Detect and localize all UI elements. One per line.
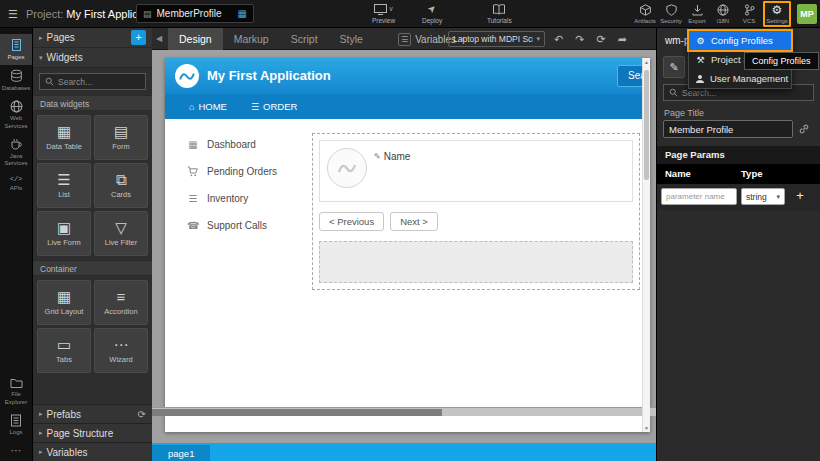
- widget-tile-data-table[interactable]: ▦Data Table: [37, 115, 91, 160]
- edit-page-button[interactable]: ✎: [663, 56, 685, 78]
- widget-tile-grid-layout[interactable]: ▦Grid Layout: [37, 280, 91, 325]
- rail-item-web-services[interactable]: Web Services: [0, 96, 32, 133]
- design-canvas[interactable]: My First Application Search ⌂HOME ☰ORDER…: [165, 58, 650, 432]
- page-tab-page1[interactable]: page1: [152, 445, 210, 461]
- add-page-button[interactable]: +: [131, 30, 146, 45]
- menu-item-support-calls[interactable]: ☎Support Calls: [165, 212, 310, 239]
- rail-item-java-services[interactable]: Java Services: [0, 134, 32, 171]
- rail-label: Java Services: [1, 153, 31, 167]
- avatar: [327, 148, 367, 188]
- preview-caret-icon[interactable]: ∨: [389, 5, 394, 13]
- user-avatar[interactable]: MP: [797, 4, 817, 24]
- widget-tile-label: Cards: [111, 190, 131, 199]
- add-param-button[interactable]: +: [791, 187, 809, 205]
- tab-markup[interactable]: Markup: [223, 28, 280, 50]
- nav-item-order[interactable]: ☰ORDER: [251, 101, 297, 112]
- list-item-name[interactable]: ✎ Name: [374, 151, 410, 162]
- widget-tile-tabs[interactable]: ▭Tabs: [37, 328, 91, 373]
- collapse-arrow-icon: ▸: [39, 34, 43, 42]
- more-icon[interactable]: ⋯: [11, 440, 22, 461]
- menu-item-pending-orders[interactable]: Pending Orders: [165, 158, 310, 185]
- apis-icon: </>: [10, 175, 23, 183]
- canvas-horizontal-scrollbar[interactable]: [152, 407, 656, 416]
- databases-icon: [10, 69, 23, 83]
- app-header[interactable]: My First Application Search: [165, 58, 650, 94]
- menu-item-inventory[interactable]: ☰Inventory: [165, 185, 310, 212]
- prefabs-section-header[interactable]: ▸ Prefabs ⟳: [33, 404, 152, 423]
- selected-list-widget[interactable]: ✎ Name < Previous Next >: [312, 133, 640, 290]
- widget-tile-wizard[interactable]: ⋯Wizard: [94, 328, 148, 373]
- artifacts-label: Artifacts: [634, 18, 656, 24]
- variables-section-header[interactable]: ▸ Variables: [33, 442, 152, 461]
- tab-design[interactable]: Design: [168, 28, 223, 50]
- page-title-input[interactable]: [663, 120, 793, 138]
- artifacts-button[interactable]: Artifacts: [632, 4, 658, 24]
- menu-item-dashboard[interactable]: ▦Dashboard: [165, 131, 310, 158]
- param-type-select[interactable]: string ▾: [741, 188, 785, 205]
- next-button[interactable]: Next >: [390, 212, 438, 231]
- page-selector-value: MemberProfile: [157, 8, 233, 19]
- widgets-section-header[interactable]: ▾ Widgets: [33, 48, 152, 68]
- refresh-prefabs-icon[interactable]: ⟳: [138, 409, 146, 420]
- bind-link-icon[interactable]: [798, 123, 810, 135]
- canvas-vertical-scrollbar[interactable]: ▲ ▼: [642, 58, 650, 432]
- widget-search-input[interactable]: [58, 77, 140, 87]
- device-dropdown[interactable]: Laptop with MDPI Screen ▾: [448, 31, 545, 47]
- page-selector[interactable]: ▤ MemberProfile ▦: [136, 4, 254, 23]
- grid-view-icon[interactable]: ▦: [238, 8, 247, 19]
- collapse-arrow-icon: ▸: [39, 429, 43, 437]
- rail-item-logs[interactable]: Logs: [0, 410, 32, 440]
- page-title-label: Page Title: [664, 108, 704, 118]
- rail-item-file-explorer[interactable]: File Explorer: [0, 373, 32, 409]
- undo-icon[interactable]: ↶: [554, 33, 563, 46]
- widget-tile-live-form[interactable]: ▣Live Form: [37, 211, 91, 256]
- pages-section-header[interactable]: ▸ Pages +: [33, 28, 152, 48]
- widget-search[interactable]: [39, 73, 146, 90]
- menu-config-profiles[interactable]: ⚙ Config Profiles: [689, 31, 791, 50]
- i18n-button[interactable]: i18N: [710, 4, 736, 24]
- vcs-button[interactable]: VCS: [736, 4, 762, 24]
- deploy-button[interactable]: ➤ Deploy: [422, 3, 442, 24]
- rail-label: File Explorer: [1, 391, 31, 405]
- list-item[interactable]: ✎ Name: [319, 140, 633, 202]
- rail-item-pages[interactable]: Pages: [0, 34, 32, 65]
- widget-tile-list[interactable]: ☰List: [37, 163, 91, 208]
- collapse-panel-icon[interactable]: ◀: [156, 28, 162, 50]
- widget-tile-accordion[interactable]: ≡Accordion: [94, 280, 148, 325]
- empty-drop-area[interactable]: [319, 241, 633, 283]
- main-menu-icon[interactable]: ☰: [8, 0, 18, 28]
- right-panel: wm-page ✎ Page Title Page Params Name Ty…: [656, 28, 820, 461]
- param-name-input[interactable]: [661, 188, 737, 205]
- open-preview-icon[interactable]: ➦: [618, 33, 627, 46]
- security-button[interactable]: Security: [658, 4, 684, 24]
- previous-button[interactable]: < Previous: [319, 212, 384, 231]
- widget-tile-cards[interactable]: ⧉Cards: [94, 163, 148, 208]
- preview-button[interactable]: ∨ Preview: [372, 3, 395, 24]
- page-param-row: string ▾ +: [657, 184, 820, 210]
- export-button[interactable]: Export: [684, 4, 710, 24]
- tutorials-button[interactable]: Tutorials: [487, 3, 512, 24]
- widget-tile-live-filter[interactable]: ▽Live Filter: [94, 211, 148, 256]
- pages-header-label: Pages: [47, 32, 75, 43]
- tab-style[interactable]: Style: [329, 28, 374, 50]
- properties-search-input[interactable]: [682, 88, 808, 98]
- scrollbar-thumb[interactable]: [152, 409, 442, 416]
- menu-user-management[interactable]: User Management: [689, 69, 791, 88]
- scrollbar-thumb[interactable]: [644, 70, 649, 180]
- widget-tile-form[interactable]: ▤Form: [94, 115, 148, 160]
- security-label: Security: [660, 18, 682, 24]
- scroll-up-icon[interactable]: ▲: [643, 59, 650, 65]
- nav-item-home[interactable]: ⌂HOME: [189, 101, 227, 112]
- refresh-canvas-icon[interactable]: ⟳: [596, 33, 605, 46]
- param-type-value: string: [746, 192, 773, 202]
- name-label: Name: [384, 151, 411, 162]
- rail-item-apis[interactable]: </> APIs: [0, 171, 32, 196]
- settings-button[interactable]: ⚙ Settings: [763, 1, 791, 27]
- config-profiles-icon: ⚙: [695, 36, 706, 46]
- tab-script[interactable]: Script: [280, 28, 329, 50]
- live-form-icon: ▣: [57, 220, 71, 235]
- rail-item-databases[interactable]: Databases: [0, 65, 32, 96]
- redo-icon[interactable]: ↷: [575, 33, 584, 46]
- scroll-down-icon[interactable]: ▼: [643, 425, 650, 431]
- page-structure-section-header[interactable]: ▸ Page Structure: [33, 423, 152, 442]
